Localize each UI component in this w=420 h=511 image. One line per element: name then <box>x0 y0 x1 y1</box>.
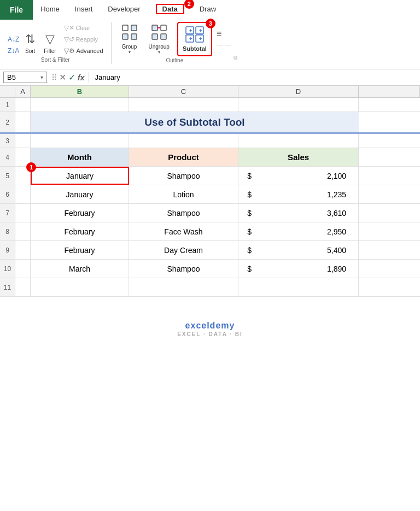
cell-rest-2 <box>359 112 420 132</box>
formula-cancel-icon[interactable]: ✕ <box>59 72 66 83</box>
cell-c3[interactable] <box>129 134 238 148</box>
ungroup-label: Ungroup <box>149 44 170 50</box>
outline-dialog-launcher[interactable]: ⧉ <box>231 55 237 61</box>
row-number-2: 2 <box>0 112 15 132</box>
table-row: 3 <box>0 134 420 148</box>
cell-month-header[interactable]: Month <box>31 148 129 166</box>
col-header-d: D <box>238 86 359 97</box>
cell-ref-value: B5 <box>7 73 16 81</box>
cell-a9[interactable] <box>15 241 31 259</box>
ungroup-button[interactable]: Ungroup ▾ <box>145 22 173 56</box>
group-button[interactable]: Group ▾ <box>118 22 141 56</box>
advanced-button[interactable]: ▽⚙ Advanced <box>62 46 106 56</box>
cell-c6[interactable]: Lotion <box>129 185 238 203</box>
formula-value[interactable]: January <box>91 72 417 83</box>
cell-b10[interactable]: March <box>31 260 129 278</box>
expand-button[interactable]: ≡ <box>217 29 231 39</box>
product-6: Lotion <box>173 190 194 199</box>
month-5: January <box>66 172 94 180</box>
row-number-1: 1 <box>0 98 15 111</box>
brand-sub: EXCEL · DATA · BI <box>177 331 243 337</box>
cell-a10[interactable] <box>15 260 31 278</box>
cell-c9[interactable]: Day Cream <box>129 241 238 259</box>
group-icon <box>121 24 138 43</box>
svg-rect-0 <box>122 25 128 31</box>
filter-button[interactable]: ▽ Filter <box>40 31 59 56</box>
cell-d7[interactable]: $ 3,610 <box>238 204 359 222</box>
cell-d1[interactable] <box>238 98 359 111</box>
row-number-9: 9 <box>0 241 15 259</box>
menu-data[interactable]: Data <box>156 4 184 14</box>
cell-rest-11 <box>359 278 420 296</box>
product-7: Shampoo <box>167 209 200 218</box>
svg-rect-3 <box>131 34 137 39</box>
formula-bar: B5 ▾ ⠿ ✕ ✓ fx January <box>0 69 420 86</box>
cell-reference[interactable]: B5 ▾ <box>3 72 47 83</box>
sort-za-button[interactable]: Z↓A <box>5 46 20 56</box>
cell-rest-3 <box>359 134 420 148</box>
cell-product-header[interactable]: Product <box>129 148 238 166</box>
cell-b1[interactable] <box>31 98 129 111</box>
cell-c8[interactable]: Face Wash <box>129 222 238 240</box>
cell-c5[interactable]: Shampoo <box>129 167 238 185</box>
sales-9: 5,400 <box>255 246 355 255</box>
outline-group: Group ▾ Ungroup ▾ <box>115 22 232 64</box>
sort-az-icon: A↓Z <box>8 36 18 43</box>
cell-c1[interactable] <box>129 98 238 111</box>
column-headers: A B C D <box>0 86 420 98</box>
menu-insert[interactable]: Insert <box>67 0 101 20</box>
table-row: 2 Use of Subtotal Tool <box>0 112 420 134</box>
cell-d6[interactable]: $ 1,235 <box>238 185 359 203</box>
collapse-button[interactable]: — — <box>217 41 231 49</box>
cell-b8[interactable]: February <box>31 222 129 240</box>
sales-header-text: Sales <box>242 152 355 162</box>
cell-d9[interactable]: $ 5,400 <box>238 241 359 259</box>
cell-b11[interactable] <box>31 278 129 296</box>
product-8: Face Wash <box>164 227 202 236</box>
cell-a1[interactable] <box>15 98 31 111</box>
cell-a6[interactable] <box>15 185 31 203</box>
cell-a2[interactable] <box>15 112 31 132</box>
sort-button[interactable]: ⇅ Sort <box>22 31 38 56</box>
cell-ref-dropdown[interactable]: ▾ <box>40 74 43 80</box>
sort-za-icon: Z↓A <box>8 47 18 55</box>
cell-c11[interactable] <box>129 278 238 296</box>
filter-label: Filter <box>44 48 56 54</box>
cell-a8[interactable] <box>15 222 31 240</box>
cell-c7[interactable]: Shampoo <box>129 204 238 222</box>
cell-d11[interactable] <box>238 278 359 296</box>
svg-rect-4 <box>152 25 158 31</box>
clear-button[interactable]: ▽✕ Clear <box>62 23 106 33</box>
cell-d3[interactable] <box>238 134 359 148</box>
dollar-9: $ <box>242 246 255 255</box>
advanced-icon: ▽⚙ <box>64 47 75 55</box>
cell-a7[interactable] <box>15 204 31 222</box>
table-row: 1 <box>0 98 420 112</box>
cell-sales-header[interactable]: Sales <box>238 148 359 166</box>
cell-d10[interactable]: $ 1,890 <box>238 260 359 278</box>
cell-b5[interactable]: January 1 <box>31 167 129 185</box>
cell-b6[interactable]: January <box>31 185 129 203</box>
svg-text:+: + <box>199 36 202 42</box>
cell-b9[interactable]: February <box>31 241 129 259</box>
formula-confirm-icon[interactable]: ✓ <box>68 72 75 83</box>
menu-developer[interactable]: Developer <box>100 0 148 20</box>
sales-8: 2,950 <box>255 227 355 236</box>
reapply-icon: ▽↺ <box>64 36 74 43</box>
formula-fx-icon[interactable]: fx <box>78 73 84 82</box>
menu-home[interactable]: Home <box>33 0 67 20</box>
cell-rest-8 <box>359 222 420 240</box>
cell-c10[interactable]: Shampoo <box>129 260 238 278</box>
sort-az-button[interactable]: A↓Z <box>5 34 20 44</box>
cell-a11[interactable] <box>15 278 31 296</box>
table-row: 4 Month Product Sales <box>0 148 420 167</box>
cell-a3[interactable] <box>15 134 31 148</box>
reapply-button[interactable]: ▽↺ Reapply <box>62 34 106 44</box>
sales-10: 1,890 <box>255 265 355 273</box>
cell-d8[interactable]: $ 2,950 <box>238 222 359 240</box>
cell-b3[interactable] <box>31 134 129 148</box>
cell-b7[interactable]: February <box>31 204 129 222</box>
cell-d5[interactable]: $ 2,100 <box>238 167 359 185</box>
menu-file[interactable]: File <box>0 0 33 20</box>
menu-draw[interactable]: Draw <box>192 0 224 20</box>
